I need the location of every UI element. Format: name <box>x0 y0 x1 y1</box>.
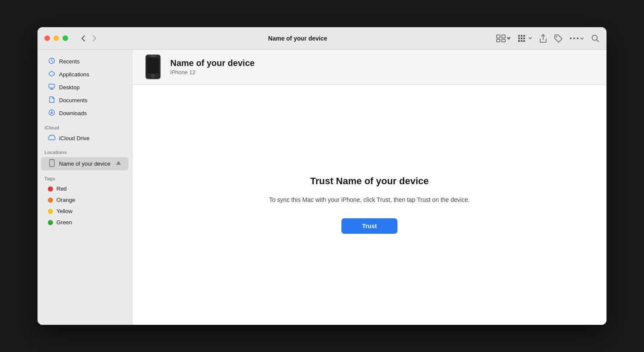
sidebar-item-icloud-drive[interactable]: iCloud Drive <box>41 132 128 144</box>
svg-rect-23 <box>50 160 53 165</box>
toolbar-actions <box>496 34 600 43</box>
svg-point-15 <box>573 38 575 39</box>
svg-rect-10 <box>518 40 520 42</box>
tag-icon[interactable] <box>554 34 563 43</box>
device-sidebar-icon <box>48 159 56 168</box>
sidebar-item-tag-orange[interactable]: Orange <box>41 195 128 205</box>
locations-section-label: Locations <box>38 145 132 157</box>
sidebar-item-recents[interactable]: Recents <box>41 55 128 68</box>
orange-tag-label: Orange <box>56 197 75 203</box>
device-model: iPhone 12 <box>170 69 255 75</box>
group-icon[interactable] <box>518 35 532 42</box>
sidebar-item-device[interactable]: Name of your device <box>41 157 128 170</box>
sidebar-item-tag-red[interactable]: Red <box>41 183 128 194</box>
maximize-button[interactable] <box>63 35 68 41</box>
desktop-icon <box>48 83 56 91</box>
main-content: Recents Applications Desktop <box>38 50 606 325</box>
svg-rect-9 <box>523 38 525 39</box>
device-header: Name of your device iPhone 12 <box>132 50 606 85</box>
sidebar-item-documents[interactable]: Documents <box>41 94 128 107</box>
documents-label: Documents <box>59 97 88 104</box>
svg-rect-6 <box>523 35 525 37</box>
svg-rect-2 <box>497 39 500 42</box>
device-name: Name of your device <box>170 58 255 68</box>
grid-view-icon[interactable] <box>496 35 511 42</box>
svg-point-14 <box>570 38 572 39</box>
titlebar: Name of your device <box>38 27 606 50</box>
yellow-dot <box>48 209 53 214</box>
more-icon[interactable] <box>569 37 584 40</box>
svg-rect-20 <box>49 84 55 88</box>
svg-rect-11 <box>521 40 522 42</box>
share-icon[interactable] <box>539 34 547 43</box>
window-title: Name of your device <box>104 35 491 42</box>
green-tag-label: Green <box>56 219 72 226</box>
svg-rect-7 <box>518 38 520 39</box>
svg-rect-8 <box>521 38 522 39</box>
orange-dot <box>48 198 53 203</box>
sidebar-item-downloads[interactable]: Downloads <box>41 107 128 119</box>
sidebar-item-tag-yellow[interactable]: Yellow <box>41 206 128 217</box>
yellow-tag-label: Yellow <box>56 208 72 214</box>
documents-icon <box>48 96 56 104</box>
finder-window: Name of your device <box>38 27 606 325</box>
icloud-section-label: iCloud <box>38 120 132 132</box>
svg-rect-3 <box>502 39 505 42</box>
sidebar-item-applications[interactable]: Applications <box>41 68 128 81</box>
trust-description: To sync this Mac with your iPhone, click… <box>269 195 469 204</box>
desktop-label: Desktop <box>59 84 80 91</box>
icloud-drive-label: iCloud Drive <box>59 135 90 141</box>
applications-icon <box>48 70 56 79</box>
back-button[interactable] <box>78 34 88 43</box>
sidebar-item-tag-green[interactable]: Green <box>41 217 128 228</box>
svg-rect-5 <box>521 35 522 37</box>
svg-point-24 <box>51 165 52 166</box>
trust-button[interactable]: Trust <box>341 218 397 234</box>
trust-panel: Trust Name of your device To sync this M… <box>132 85 606 325</box>
device-sidebar-label: Name of your device <box>59 160 110 167</box>
svg-rect-27 <box>147 58 159 73</box>
content-area: Name of your device iPhone 12 Trust Name… <box>132 50 606 325</box>
svg-rect-12 <box>523 40 525 42</box>
traffic-lights <box>44 35 68 41</box>
svg-rect-4 <box>518 35 520 37</box>
recents-label: Recents <box>59 58 80 65</box>
svg-point-16 <box>577 38 578 39</box>
close-button[interactable] <box>44 35 50 41</box>
downloads-icon <box>48 109 56 117</box>
svg-rect-1 <box>502 35 505 38</box>
device-info: Name of your device iPhone 12 <box>170 58 255 75</box>
device-icon-wrapper <box>143 57 163 77</box>
trust-title: Trust Name of your device <box>310 176 428 187</box>
minimize-button[interactable] <box>53 35 59 41</box>
sidebar-item-desktop[interactable]: Desktop <box>41 81 128 94</box>
eject-icon[interactable] <box>116 160 122 167</box>
svg-point-13 <box>556 36 557 37</box>
nav-buttons <box>78 34 99 43</box>
forward-button[interactable] <box>90 34 99 43</box>
tags-section-label: Tags <box>38 171 132 183</box>
green-dot <box>48 220 53 225</box>
svg-line-18 <box>597 40 599 42</box>
svg-rect-0 <box>497 35 500 38</box>
applications-label: Applications <box>59 71 89 78</box>
sidebar: Recents Applications Desktop <box>38 50 132 325</box>
red-tag-label: Red <box>56 185 67 192</box>
recents-icon <box>48 57 56 66</box>
downloads-label: Downloads <box>59 110 87 116</box>
search-icon[interactable] <box>591 34 600 43</box>
red-dot <box>48 186 53 192</box>
icloud-drive-icon <box>48 135 56 142</box>
device-image <box>145 54 161 79</box>
